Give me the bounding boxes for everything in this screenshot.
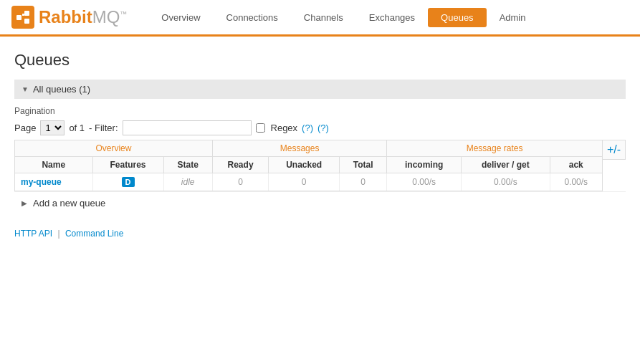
add-queue-label: Add a new queue — [33, 198, 105, 209]
col-features: Features — [92, 157, 163, 173]
queue-incoming: 0.00/s — [387, 173, 462, 191]
main-content: Queues ▼ All queues (1) Pagination Page … — [0, 37, 640, 253]
command-line-link[interactable]: Command Line — [65, 229, 123, 239]
all-queues-section[interactable]: ▼ All queues (1) — [14, 80, 626, 99]
nav-channels[interactable]: Channels — [291, 8, 356, 27]
col-state: State — [163, 157, 212, 173]
total-value: 0 — [360, 177, 366, 187]
add-queue-arrow: ▶ — [22, 199, 27, 207]
ack-value: 0.00/s — [564, 177, 588, 187]
nav-admin[interactable]: Admin — [487, 8, 539, 27]
section-arrow: ▼ — [22, 85, 29, 93]
table-group-header-row: Overview Messages Message rates — [15, 140, 602, 157]
ready-value: 0 — [238, 177, 243, 187]
queues-table-container: Overview Messages Message rates Name Fea… — [14, 140, 603, 191]
col-incoming: incoming — [387, 157, 462, 173]
footer-separator: | — [57, 229, 59, 239]
col-deliver-get: deliver / get — [462, 157, 550, 173]
queue-features: D — [92, 173, 163, 191]
svg-rect-2 — [24, 19, 29, 24]
section-label: All queues (1) — [33, 84, 90, 95]
logo-icon — [11, 6, 34, 29]
group-header-overview: Overview — [15, 140, 212, 157]
page-title: Queues — [14, 51, 626, 70]
logo: RabbitMQ™ — [11, 6, 127, 29]
logo-text: RabbitMQ™ — [39, 7, 127, 27]
pagination-section: Pagination Page 1 of 1 - Filter: Regex (… — [14, 99, 626, 140]
regex-link1[interactable]: (?) — [302, 123, 313, 133]
unacked-value: 0 — [302, 177, 307, 187]
pagination-controls: Page 1 of 1 - Filter: Regex (?)(?) — [14, 120, 626, 135]
logo-mq: MQ — [92, 7, 120, 27]
svg-rect-0 — [16, 15, 22, 20]
page-text: Page — [14, 123, 36, 133]
header: RabbitMQ™ Overview Connections Channels … — [0, 0, 640, 37]
add-queue-section[interactable]: ▶ Add a new queue — [14, 191, 626, 214]
queue-ready: 0 — [212, 173, 268, 191]
regex-checkbox[interactable] — [256, 123, 265, 133]
group-header-rates: Message rates — [387, 140, 602, 157]
group-header-messages: Messages — [212, 140, 386, 157]
plus-minus-button[interactable]: +/- — [603, 140, 626, 160]
pagination-label: Pagination — [14, 106, 626, 116]
incoming-value: 0.00/s — [412, 177, 436, 187]
regex-link2[interactable]: (?) — [317, 123, 329, 133]
queue-ack: 0.00/s — [550, 173, 602, 191]
svg-rect-3 — [22, 14, 24, 16]
page-select[interactable]: 1 — [40, 120, 65, 135]
table-col-header-row: Name Features State Ready Unacked Total … — [15, 157, 602, 173]
nav-overview[interactable]: Overview — [148, 8, 213, 27]
col-ack: ack — [550, 157, 602, 173]
filter-label: - Filter: — [89, 123, 118, 133]
svg-rect-1 — [24, 11, 29, 16]
queue-total: 0 — [340, 173, 387, 191]
nav-exchanges[interactable]: Exchanges — [356, 8, 428, 27]
http-api-link[interactable]: HTTP API — [14, 229, 52, 239]
queue-unacked: 0 — [269, 173, 340, 191]
col-total: Total — [340, 157, 387, 173]
feature-badge-d: D — [122, 177, 135, 187]
of-label: of 1 — [69, 123, 85, 133]
footer: HTTP API | Command Line — [14, 229, 626, 239]
logo-tm: ™ — [120, 10, 127, 18]
nav-connections[interactable]: Connections — [214, 8, 291, 27]
nav-queues[interactable]: Queues — [428, 8, 487, 27]
regex-text: Regex — [271, 123, 298, 133]
col-name: Name — [15, 157, 92, 173]
queues-table-wrapper: Overview Messages Message rates Name Fea… — [14, 140, 626, 191]
queue-name[interactable]: my-queue — [15, 173, 92, 191]
col-ready: Ready — [212, 157, 268, 173]
queue-deliver-get: 0.00/s — [462, 173, 550, 191]
deliver-get-value: 0.00/s — [494, 177, 517, 187]
table-row[interactable]: my-queue D idle 0 0 0 0.00/s 0.00/s 0.00… — [15, 173, 602, 191]
filter-input[interactable] — [123, 120, 252, 135]
state-value: idle — [181, 177, 195, 187]
main-nav: Overview Connections Channels Exchanges … — [148, 8, 538, 27]
logo-rabbit: Rabbit — [39, 7, 92, 27]
queue-state: idle — [163, 173, 212, 191]
queues-table: Overview Messages Message rates Name Fea… — [15, 140, 602, 191]
col-unacked: Unacked — [269, 157, 340, 173]
